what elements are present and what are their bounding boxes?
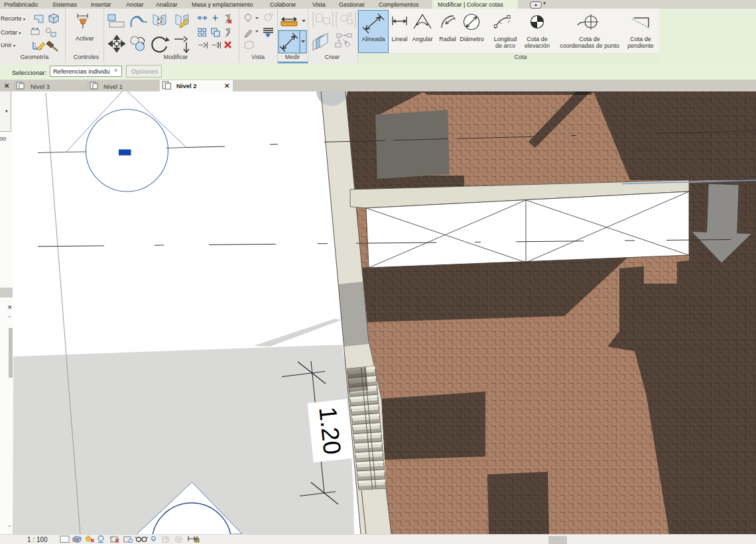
svg-text:1.20: 1.20 [314,406,346,456]
